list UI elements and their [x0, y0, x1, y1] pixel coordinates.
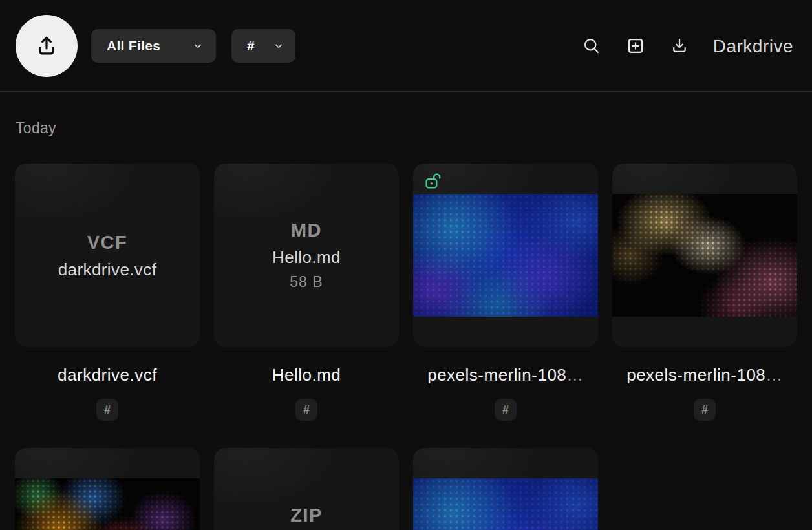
file-thumbnail [413, 478, 598, 530]
file-cell: pexels-merlin-108… # [413, 164, 598, 448]
file-size-label: 58 B [290, 275, 323, 290]
file-ext-label: ZIP [290, 506, 323, 525]
file-type-filter-label: All Files [107, 38, 160, 54]
app-title: Darkdrive [713, 36, 793, 57]
file-cell [15, 448, 200, 530]
tag-badge[interactable]: # [96, 399, 118, 421]
tag-filter-dropdown[interactable]: # [231, 29, 295, 63]
file-type-filter-dropdown[interactable]: All Files [91, 29, 216, 63]
chevron-down-icon [193, 41, 203, 51]
tag-badge[interactable]: # [495, 399, 517, 421]
download-icon [670, 37, 689, 55]
file-card-md[interactable]: MD Hello.md 58 B [214, 164, 399, 347]
file-grid: VCF darkdrive.vcf darkdrive.vcf # MD Hel… [15, 164, 797, 530]
tag-filter-label: # [247, 38, 255, 54]
search-icon [582, 37, 601, 55]
file-cell: ZIP [214, 448, 399, 530]
upload-button[interactable] [16, 15, 78, 77]
file-title: pexels-merlin-108… [626, 366, 783, 383]
file-cell [413, 448, 598, 530]
tag-badge[interactable]: # [694, 399, 716, 421]
file-title: Hello.md [272, 366, 341, 383]
chevron-down-icon [273, 41, 284, 51]
tag-badge[interactable]: # [295, 399, 317, 421]
file-thumbnail [413, 194, 598, 317]
file-card-image[interactable] [612, 164, 797, 347]
section-title-today: Today [16, 120, 56, 137]
file-cell: VCF darkdrive.vcf darkdrive.vcf # [15, 164, 200, 448]
file-thumbnail [612, 194, 797, 317]
file-name-label: Hello.md [272, 249, 341, 266]
file-card-image[interactable] [413, 164, 598, 347]
file-title: darkdrive.vcf [58, 366, 157, 383]
file-card-zip[interactable]: ZIP [214, 448, 399, 530]
search-button[interactable] [582, 37, 601, 55]
upload-icon [34, 34, 59, 58]
darkdrive-app: All Files # Darkdrive Toda [0, 0, 812, 530]
file-card-vcf[interactable]: VCF darkdrive.vcf [15, 164, 200, 347]
file-title: pexels-merlin-108… [427, 366, 584, 383]
unlock-icon [424, 171, 442, 191]
add-square-icon [626, 37, 645, 55]
file-card-image[interactable] [413, 448, 598, 530]
file-cell: MD Hello.md 58 B Hello.md # [214, 164, 399, 448]
add-file-button[interactable] [626, 37, 645, 55]
download-button[interactable] [670, 37, 689, 55]
file-card-image[interactable] [15, 448, 200, 530]
file-thumbnail [15, 478, 200, 530]
file-ext-label: VCF [87, 233, 128, 252]
file-cell: pexels-merlin-108… # [612, 164, 797, 448]
top-bar: All Files # Darkdrive [0, 0, 812, 92]
file-name-label: darkdrive.vcf [58, 261, 157, 278]
file-ext-label: MD [291, 221, 322, 240]
